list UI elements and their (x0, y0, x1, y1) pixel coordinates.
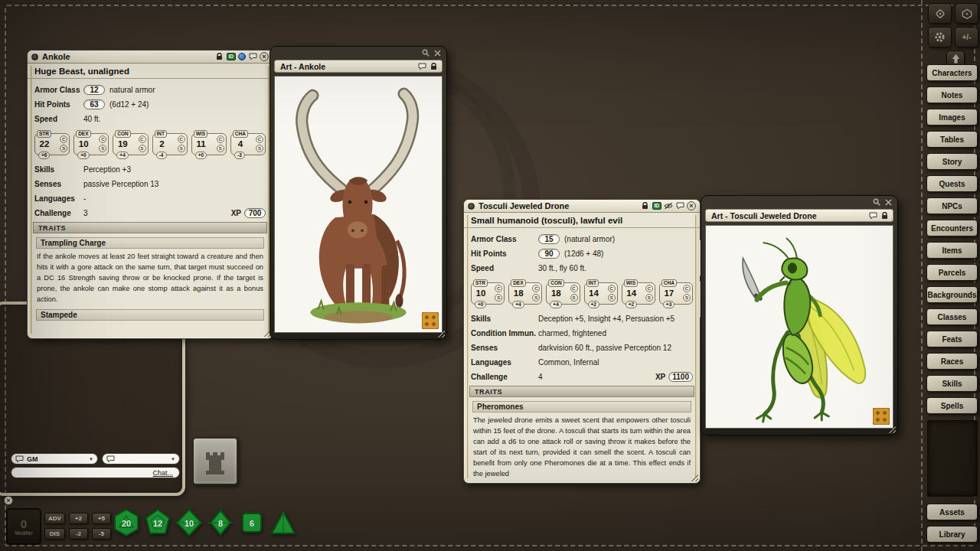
die-d6[interactable]: 6 (237, 508, 266, 537)
ability-save-button[interactable]: S (683, 294, 691, 302)
ankole-titlebar[interactable]: Ankole ID × (28, 51, 273, 64)
trait-name[interactable]: Pheromones (472, 401, 691, 412)
sidebar-item-characters[interactable]: Characters (926, 64, 978, 81)
lock-icon[interactable] (429, 62, 438, 71)
die-d10[interactable]: 10 (175, 508, 204, 537)
sidebar-item-races[interactable]: Races (926, 353, 978, 370)
dice-bag-button[interactable] (955, 3, 978, 24)
ability-save-button[interactable]: S (99, 145, 106, 152)
sidebar-item-library[interactable]: Library (926, 526, 978, 543)
ability-save-button[interactable]: S (495, 294, 502, 302)
close-icon[interactable] (885, 199, 892, 206)
sidebar-item-backgrounds[interactable]: Backgrounds (926, 286, 978, 303)
fantasy-grounds-logo-icon[interactable] (422, 312, 439, 329)
ability-save-button[interactable]: S (532, 294, 540, 302)
tosculi-artwork[interactable] (705, 225, 893, 429)
close-icon[interactable] (434, 50, 441, 57)
chat-share-icon[interactable] (417, 62, 426, 71)
ability-check-button[interactable]: C (99, 135, 106, 143)
sidebar-item-npcs[interactable]: NPCs (926, 197, 978, 214)
sidebar-item-spells[interactable]: Spells (926, 397, 978, 414)
id-badge-icon[interactable]: ID (227, 53, 237, 60)
ability-save-button[interactable]: S (570, 294, 578, 302)
lock-icon[interactable] (641, 201, 650, 210)
ability-check-button[interactable]: C (217, 135, 224, 143)
trait-name[interactable]: Trampling Charge (36, 237, 264, 249)
id-badge-icon[interactable]: ID (652, 202, 662, 210)
speaker-dropdown[interactable]: GM ▼ (11, 453, 98, 465)
ability-save-button[interactable]: S (178, 145, 185, 152)
sidebar-item-parcels[interactable]: Parcels (926, 264, 978, 281)
ability-check-button[interactable]: C (139, 135, 146, 143)
art-ankole-titlebar[interactable]: Art - Ankole (274, 60, 443, 73)
ability-save-button[interactable]: S (60, 145, 67, 152)
modifier-button-minus2[interactable]: -2 (69, 528, 88, 540)
sidebar-item-encounters[interactable]: Encounters (926, 220, 978, 236)
ability-int[interactable]: INT14+2CS (584, 282, 618, 305)
ability-check-button[interactable]: C (645, 285, 653, 292)
ability-str[interactable]: STR22+6CS (34, 133, 70, 155)
ability-save-button[interactable]: S (608, 294, 616, 302)
sidebar-item-quests[interactable]: Quests (926, 175, 978, 192)
ability-save-button[interactable]: S (645, 294, 653, 302)
chat-share-icon[interactable] (868, 211, 877, 220)
stat-value[interactable]: 15 (538, 234, 560, 244)
chat-input[interactable]: Chat... (11, 467, 180, 478)
ability-con[interactable]: CON19+4CS (113, 133, 148, 155)
sidebar-item-images[interactable]: Images (926, 109, 978, 126)
ability-check-button[interactable]: C (178, 135, 185, 143)
ability-dex[interactable]: DEX10+0CS (74, 133, 109, 155)
ability-wis[interactable]: WIS14+2CS (622, 282, 655, 305)
ability-save-button[interactable]: S (256, 145, 263, 152)
ankole-artwork[interactable] (274, 76, 443, 333)
ability-check-button[interactable]: C (532, 285, 540, 292)
ability-cha[interactable]: CHA4-3CS (230, 133, 266, 155)
ability-check-button[interactable]: C (495, 285, 502, 292)
magnifier-icon[interactable] (873, 198, 880, 206)
modifier-box[interactable]: 0 Modifier (6, 508, 41, 545)
art-tosculi-titlebar[interactable]: Art - Tosculi Jeweled Drone (705, 209, 893, 222)
modifier-button-dis[interactable]: DIS (44, 528, 65, 540)
language-dropdown[interactable]: ▼ (102, 453, 180, 465)
ability-save-button[interactable]: S (139, 145, 146, 152)
xp-value[interactable]: 1100 (668, 372, 693, 382)
modifier-button-minus5[interactable]: -5 (92, 528, 111, 540)
close-icon[interactable]: × (260, 52, 269, 61)
dice-tower[interactable] (192, 437, 238, 485)
ability-int[interactable]: INT2-4CS (152, 133, 188, 155)
chat-close-icon[interactable]: × (4, 496, 13, 505)
options-button[interactable] (928, 27, 952, 47)
close-icon[interactable]: × (687, 201, 696, 210)
ability-check-button[interactable]: C (608, 285, 616, 292)
stat-value[interactable]: 12 (83, 85, 105, 95)
sidebar-item-tables[interactable]: Tables (926, 131, 978, 148)
lock-icon[interactable] (880, 211, 889, 220)
modifier-button-adv[interactable]: ADV (44, 513, 65, 524)
stat-value[interactable]: 90 (538, 249, 560, 259)
sidebar-item-notes[interactable]: Notes (926, 86, 978, 103)
dice-tower-button[interactable] (928, 3, 952, 24)
chat-share-icon[interactable] (675, 201, 684, 210)
chat-share-icon[interactable] (248, 52, 257, 61)
stat-value[interactable]: 63 (83, 99, 105, 109)
ability-cha[interactable]: CHA17+3CS (659, 282, 693, 305)
tosculi-titlebar[interactable]: Tosculi Jeweled Drone ID × (464, 200, 700, 213)
sidebar-item-skills[interactable]: Skills (926, 375, 978, 392)
ability-dex[interactable]: DEX18+4CS (508, 282, 542, 305)
sidebar-item-feats[interactable]: Feats (926, 331, 978, 347)
trait-name[interactable]: Stampede (36, 309, 264, 321)
sidebar-item-assets[interactable]: Assets (926, 504, 978, 520)
visibility-icon[interactable] (664, 201, 673, 210)
token-icon[interactable] (238, 53, 246, 60)
sidebar-item-story[interactable]: Story (926, 153, 978, 170)
die-d20[interactable]: 20 (112, 508, 141, 537)
ability-save-button[interactable]: S (217, 145, 224, 152)
modifier-button-plus2[interactable]: +2 (69, 513, 88, 524)
xp-value[interactable]: 700 (244, 208, 266, 218)
ability-check-button[interactable]: C (60, 135, 67, 143)
die-d8[interactable]: 8 (206, 508, 235, 537)
ability-check-button[interactable]: C (256, 135, 263, 143)
die-d4[interactable] (269, 508, 298, 537)
ability-wis[interactable]: WIS11+0CS (191, 133, 227, 155)
sidebar-item-items[interactable]: Items (926, 242, 978, 259)
